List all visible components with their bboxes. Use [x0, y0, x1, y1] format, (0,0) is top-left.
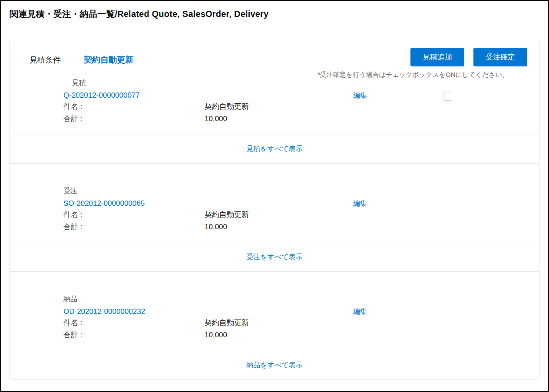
order-total-value: 10,000 [205, 221, 227, 233]
add-quote-button[interactable]: 見積追加 [410, 48, 464, 66]
order-total-row: 合計 : 10,000 [10, 221, 539, 233]
delivery-total-row: 合計 : 10,000 [10, 329, 539, 341]
delivery-total-value: 10,000 [205, 329, 227, 341]
delivery-section: 納品 OD-202012-0000000232 編集 件名 : 契約自動更新 合… [10, 294, 539, 351]
quote-record-link[interactable]: Q-202012-0000000077 [63, 91, 140, 99]
delivery-subject-value: 契約自動更新 [205, 317, 249, 329]
quote-section-label: 見積 [72, 78, 539, 88]
quote-section: 見積 Q-202012-0000000077 編集 件名 : 契約自動更新 合計… [10, 78, 539, 135]
show-all-quotes-row: 見積をすべて表示 [10, 135, 539, 164]
related-records-card: 見積条件 契約自動更新 見積追加 受注確定 *受注確定を行う場合はチェックボック… [10, 41, 539, 379]
quote-condition-label: 見積条件 [30, 55, 84, 65]
delivery-section-label: 納品 [63, 294, 539, 304]
show-all-orders-row: 受注をすべて表示 [10, 243, 539, 272]
delivery-record-row: OD-202012-0000000232 編集 [10, 306, 539, 317]
confirm-order-button[interactable]: 受注確定 [473, 48, 527, 66]
show-all-quotes-link[interactable]: 見積をすべて表示 [246, 145, 303, 154]
quote-subject-label: 件名 : [63, 101, 205, 113]
order-edit-link[interactable]: 編集 [353, 199, 367, 208]
quote-subject-value: 契約自動更新 [205, 101, 249, 113]
quote-record-row: Q-202012-0000000077 編集 [10, 90, 539, 101]
delivery-total-label: 合計 : [63, 329, 205, 341]
order-section: 受注 SO-202012-0000000065 編集 件名 : 契約自動更新 合… [10, 186, 539, 243]
card-header: 見積条件 契約自動更新 見積追加 受注確定 *受注確定を行う場合はチェックボック… [10, 41, 539, 78]
order-subject-label: 件名 : [63, 209, 205, 221]
quote-total-label: 合計 : [63, 113, 205, 125]
show-all-deliveries-link[interactable]: 納品をすべて表示 [246, 361, 303, 370]
header-buttons: 見積追加 受注確定 [410, 48, 527, 66]
show-all-deliveries-row: 納品をすべて表示 [10, 351, 539, 379]
order-record-link[interactable]: SO-202012-0000000065 [63, 199, 145, 208]
delivery-subject-label: 件名 : [63, 317, 205, 329]
confirm-order-note: *受注確定を行う場合はチェックボックスをONにしてください。 [317, 70, 509, 79]
order-subject-value: 契約自動更新 [205, 209, 249, 221]
quote-condition-link[interactable]: 契約自動更新 [84, 55, 133, 65]
order-section-label: 受注 [63, 186, 539, 196]
order-record-row: SO-202012-0000000065 編集 [10, 198, 539, 209]
delivery-record-link[interactable]: OD-202012-0000000232 [63, 307, 145, 316]
delivery-edit-link[interactable]: 編集 [353, 307, 367, 316]
quote-edit-link[interactable]: 編集 [353, 91, 367, 100]
order-subject-row: 件名 : 契約自動更新 [10, 209, 539, 221]
show-all-orders-link[interactable]: 受注をすべて表示 [246, 253, 303, 262]
order-total-label: 合計 : [63, 221, 205, 233]
quote-subject-row: 件名 : 契約自動更新 [10, 101, 539, 113]
delivery-subject-row: 件名 : 契約自動更新 [10, 317, 539, 329]
confirm-order-checkbox[interactable] [443, 92, 452, 101]
quote-total-value: 10,000 [205, 113, 227, 125]
quote-total-row: 合計 : 10,000 [10, 113, 539, 125]
page-title: 関連見積・受注・納品一覧/Related Quote, SalesOrder, … [10, 7, 539, 20]
